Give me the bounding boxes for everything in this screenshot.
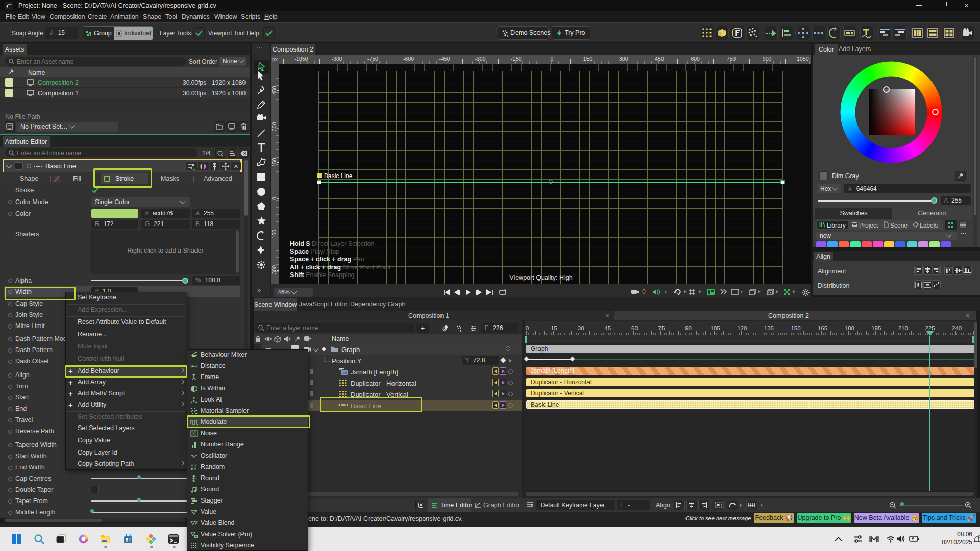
svg-text:JS: JS: [342, 371, 347, 375]
